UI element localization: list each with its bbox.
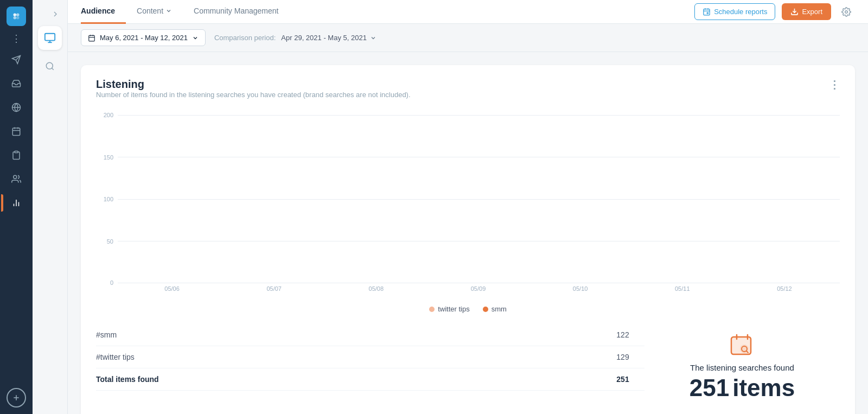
stat-value-smm: 122 — [601, 330, 644, 339]
x-label-05/06: 05/06 — [121, 285, 223, 292]
listening-card: Listening Number of items found in the l… — [81, 65, 855, 414]
secondary-sidebar — [33, 0, 68, 414]
listening-summary: The listening searches found 251 items — [644, 324, 840, 410]
svg-point-22 — [46, 62, 53, 69]
svg-rect-8 — [12, 128, 20, 136]
legend-twitter-tips: twitter tips — [429, 305, 470, 313]
listening-summary-label: The listening searches found — [690, 363, 794, 372]
legend-dot-smm — [483, 307, 488, 312]
export-button[interactable]: Export — [782, 3, 831, 20]
x-label-05/09: 05/09 — [427, 285, 529, 292]
top-navigation: Audience Content Community Management Sc… — [68, 0, 868, 24]
bars-area — [121, 112, 835, 280]
x-axis-labels: 05/0605/0705/0805/0905/1005/1105/12 — [121, 281, 835, 296]
svg-rect-12 — [15, 151, 18, 153]
sidebar-more-icon[interactable]: ⋮ — [11, 33, 21, 44]
settings-icon[interactable] — [838, 3, 855, 21]
x-label-05/10: 05/10 — [529, 285, 631, 292]
x-label-05/12: 05/12 — [733, 285, 835, 292]
topnav-actions: Schedule reports Export — [694, 3, 855, 21]
chart-legend: twitter tips smm — [96, 305, 840, 313]
bar-group-05/07 — [223, 279, 325, 280]
schedule-icon — [703, 8, 711, 16]
stat-label-twitter: #twitter tips — [96, 353, 601, 361]
chart-subtitle: Number of items found in the listening s… — [96, 91, 411, 99]
sidebar-bottom — [7, 384, 26, 407]
app-logo[interactable] — [7, 7, 26, 26]
y-label-150: 150 — [96, 154, 118, 161]
svg-point-0 — [14, 14, 17, 17]
search-icon[interactable] — [38, 54, 62, 78]
sidebar-item-inbox[interactable] — [5, 73, 27, 94]
legend-smm: smm — [483, 305, 507, 313]
y-label-0: 0 — [96, 279, 118, 286]
y-label-50: 50 — [96, 238, 118, 245]
chart-header: Listening Number of items found in the l… — [96, 78, 840, 110]
left-sidebar: ⋮ — [0, 0, 33, 414]
tab-community-management[interactable]: Community Management — [183, 0, 289, 24]
sidebar-item-analytics[interactable] — [5, 192, 27, 214]
bar-group-05/06 — [121, 279, 223, 280]
svg-point-2 — [14, 16, 17, 20]
x-label-05/07: 05/07 — [223, 285, 325, 292]
stats-table: #smm 122 #twitter tips 129 Total items f… — [96, 324, 644, 410]
stats-row-smm: #smm 122 — [96, 324, 644, 346]
sidebar-item-people[interactable] — [5, 168, 27, 190]
listening-summary-count-row: 251 items — [690, 374, 795, 402]
stat-value-total: 251 — [601, 375, 644, 384]
chart-title-block: Listening Number of items found in the l… — [96, 78, 411, 110]
y-label-100: 100 — [96, 196, 118, 202]
legend-dot-twitter — [429, 307, 435, 312]
tab-audience[interactable]: Audience — [81, 0, 126, 24]
svg-rect-31 — [89, 35, 95, 41]
date-range-picker[interactable]: May 6, 2021 - May 12, 2021 — [81, 29, 206, 46]
svg-point-13 — [14, 175, 17, 179]
svg-rect-24 — [704, 9, 710, 15]
y-label-200: 200 — [96, 112, 118, 118]
svg-point-1 — [16, 14, 20, 17]
toolbar: May 6, 2021 - May 12, 2021 Comparison pe… — [68, 24, 868, 52]
svg-point-30 — [845, 10, 848, 13]
sidebar-item-send[interactable] — [5, 49, 27, 71]
sidebar-item-calendar[interactable] — [5, 120, 27, 142]
tab-content[interactable]: Content — [126, 0, 183, 24]
sidebar-item-globe[interactable] — [5, 97, 27, 118]
calendar-icon — [88, 34, 95, 42]
sidebar-item-clipboard[interactable] — [5, 144, 27, 166]
stats-row-total: Total items found 251 — [96, 368, 644, 391]
comparison-chevron-icon — [370, 35, 376, 41]
expand-icon[interactable] — [48, 7, 63, 22]
schedule-reports-button[interactable]: Schedule reports — [694, 3, 775, 20]
chevron-down-icon — [192, 35, 199, 41]
audience-icon[interactable] — [38, 26, 62, 50]
download-icon — [790, 8, 799, 16]
listening-summary-count: 251 — [690, 376, 729, 400]
listening-summary-unit: items — [732, 374, 795, 402]
stat-label-total: Total items found — [96, 375, 601, 384]
x-label-05/11: 05/11 — [631, 285, 733, 292]
chart-title: Listening — [96, 78, 411, 91]
svg-rect-19 — [45, 34, 55, 41]
add-button[interactable] — [7, 388, 26, 407]
svg-point-28 — [707, 12, 709, 14]
listening-summary-icon — [729, 333, 755, 359]
chart-more-button[interactable]: ⋮ — [829, 78, 840, 91]
x-label-05/08: 05/08 — [325, 285, 427, 292]
comparison-period-selector[interactable]: Comparison period: Apr 29, 2021 - May 5,… — [214, 34, 376, 42]
stats-row-twitter: #twitter tips 129 — [96, 346, 644, 368]
main-content: Audience Content Community Management Sc… — [68, 0, 868, 414]
nav-tabs: Audience Content Community Management — [81, 0, 694, 24]
page-content: Listening Number of items found in the l… — [68, 52, 868, 414]
svg-point-3 — [16, 16, 20, 20]
stat-value-twitter: 129 — [601, 353, 644, 361]
svg-line-23 — [52, 68, 53, 69]
content-dropdown-icon — [165, 8, 172, 14]
stat-label-smm: #smm — [96, 330, 601, 339]
bar-chart: 200 150 100 50 — [96, 112, 840, 296]
stats-grid: #smm 122 #twitter tips 129 Total items f… — [96, 324, 840, 410]
